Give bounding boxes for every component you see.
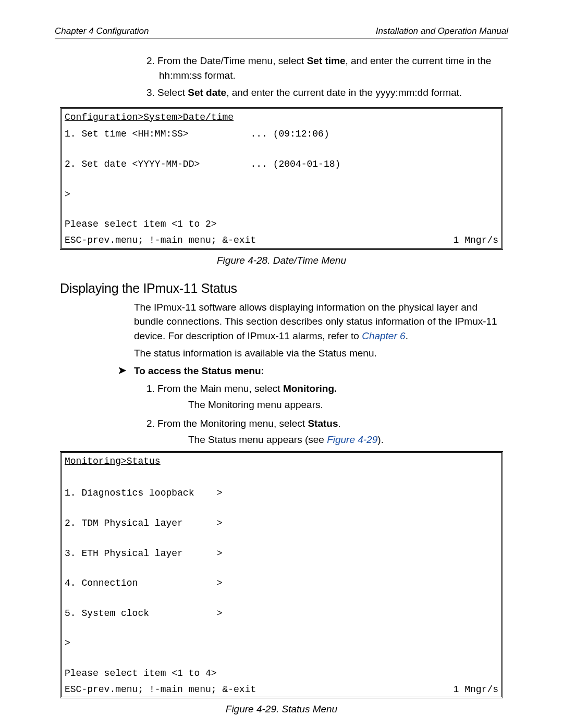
step-2: 2. From the Date/Time menu, select Set t… [146, 54, 503, 82]
terminal-status: Monitoring>Status 1. Diagnostics loopbac… [60, 451, 503, 699]
terminal-breadcrumb: Configuration>System>Date/time [65, 110, 234, 125]
top-step-list: 2. From the Date/Time menu, select Set t… [60, 54, 503, 100]
procedure-title: To access the Status menu: [134, 364, 264, 378]
terminal-mngr: 1 Mngr/s [454, 233, 498, 248]
terminal-date-time: Configuration>System>Date/time 1. Set ti… [60, 107, 503, 250]
step-3: 3. Select Set date, and enter the curren… [146, 85, 503, 100]
terminal-esc-line: ESC-prev.menu; !-main menu; &-exit [65, 233, 256, 248]
procedure-access-status: ➤ To access the Status menu: 1. From the… [134, 364, 503, 447]
section-title-status: Displaying the IPmux-11 Status [60, 281, 503, 296]
terminal-body: 1. Diagnostics loopback > 2. TDM Physica… [63, 470, 500, 682]
proc1-step-1: 1. From the Main menu, select Monitoring… [146, 381, 503, 412]
terminal-esc-line: ESC-prev.menu; !-main menu; &-exit [65, 682, 256, 697]
proc1-step-2: 2. From the Monitoring menu, select Stat… [146, 416, 503, 447]
header-right: Installation and Operation Manual [376, 26, 508, 36]
link-figure-4-29[interactable]: Figure 4-29 [327, 434, 377, 445]
terminal-body: 1. Set time <HH:MM:SS> ... (09:12:06) 2.… [63, 126, 500, 233]
proc1-step-2-result: The Status menu appears (see Figure 4-29… [188, 433, 503, 447]
terminal-breadcrumb: Monitoring>Status [65, 454, 161, 469]
section-para-2: The status information is available via … [134, 346, 503, 361]
figure-caption-4-28: Figure 4-28. Date/Time Menu [60, 255, 503, 266]
header-left: Chapter 4 Configuration [55, 26, 149, 36]
proc1-step-1-result: The Monitoring menu appears. [188, 398, 503, 412]
figure-caption-4-29: Figure 4-29. Status Menu [60, 704, 503, 715]
section-para-1: The IPmux-11 software allows displaying … [134, 300, 503, 343]
link-chapter-6[interactable]: Chapter 6 [362, 330, 405, 341]
terminal-mngr: 1 Mngr/s [454, 682, 498, 697]
page-header: Chapter 4 Configuration Installation and… [55, 26, 508, 39]
arrow-icon: ➤ [117, 365, 127, 376]
